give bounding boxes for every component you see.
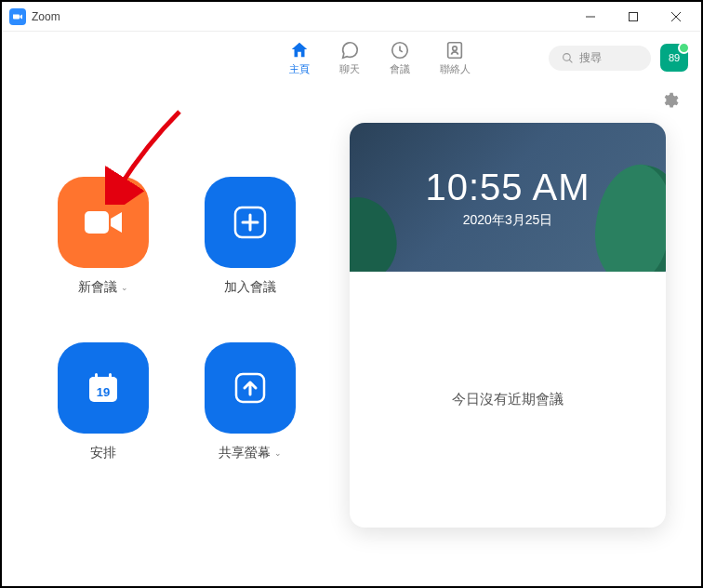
minimize-button[interactable]: [569, 3, 612, 31]
svg-line-8: [569, 60, 572, 62]
tab-label: 主頁: [289, 62, 310, 76]
plus-icon: [233, 206, 267, 239]
chevron-down-icon: ⌄: [274, 448, 282, 458]
svg-rect-9: [85, 211, 109, 234]
action-share-screen: 共享螢幕 ⌄: [180, 342, 320, 461]
close-button[interactable]: [655, 3, 697, 31]
schedule-button[interactable]: 19: [58, 342, 149, 434]
new-meeting-button[interactable]: [58, 177, 149, 268]
window-controls: [569, 3, 697, 31]
action-schedule: 19 安排: [33, 342, 173, 461]
svg-rect-15: [95, 373, 98, 381]
action-grid: 新會議 ⌄ 加入會議 19: [33, 123, 331, 461]
join-label: 加入會議: [224, 279, 276, 296]
zoom-logo-icon: [9, 8, 26, 25]
svg-rect-14: [89, 377, 117, 384]
card-header: 10:55 AM 2020年3月25日: [350, 123, 666, 272]
navbar: 主頁 聊天 會議 聯絡人 搜尋 89: [2, 32, 701, 84]
contacts-icon: [444, 40, 465, 60]
no-meetings-text: 今日沒有近期會議: [452, 391, 564, 408]
share-up-icon: [233, 371, 267, 405]
clock-icon: [390, 40, 410, 60]
current-time: 10:55 AM: [425, 167, 590, 208]
window-titlebar: Zoom: [2, 2, 701, 32]
share-screen-label[interactable]: 共享螢幕 ⌄: [219, 445, 282, 461]
new-meeting-label[interactable]: 新會議 ⌄: [78, 279, 128, 296]
nav-tabs: 主頁 聊天 會議 聯絡人: [289, 40, 471, 76]
tab-chat[interactable]: 聊天: [339, 40, 360, 76]
current-date: 2020年3月25日: [463, 212, 553, 229]
card-body: 今日沒有近期會議: [350, 272, 666, 528]
schedule-card: 10:55 AM 2020年3月25日 今日沒有近期會議: [350, 123, 666, 528]
chat-icon: [339, 40, 360, 60]
svg-text:19: 19: [97, 385, 110, 399]
home-icon: [289, 40, 310, 60]
calendar-icon: 19: [86, 370, 121, 406]
search-placeholder: 搜尋: [579, 50, 602, 66]
video-icon: [83, 207, 124, 237]
tab-contacts[interactable]: 聯絡人: [440, 40, 471, 76]
settings-button[interactable]: [660, 91, 679, 114]
actions-panel: 新會議 ⌄ 加入會議 19: [33, 123, 331, 528]
maximize-button[interactable]: [612, 3, 655, 31]
action-new-meeting: 新會議 ⌄: [33, 177, 173, 296]
action-join: 加入會議: [180, 177, 320, 296]
avatar[interactable]: 89: [660, 44, 688, 72]
titlebar-left: Zoom: [9, 8, 60, 25]
tab-label: 聯絡人: [440, 62, 471, 76]
search-icon: [562, 52, 574, 64]
main-content: 新會議 ⌄ 加入會議 19: [2, 114, 701, 546]
app-title: Zoom: [32, 10, 60, 23]
tab-home[interactable]: 主頁: [289, 40, 310, 76]
chevron-down-icon: ⌄: [121, 283, 128, 292]
tab-label: 會議: [390, 62, 410, 76]
toolbar-row: [2, 84, 701, 114]
tab-meetings[interactable]: 會議: [390, 40, 410, 76]
svg-point-7: [564, 53, 571, 60]
schedule-label: 安排: [90, 445, 116, 461]
schedule-panel: 10:55 AM 2020年3月25日 今日沒有近期會議: [350, 123, 675, 528]
nav-right: 搜尋 89: [549, 44, 688, 72]
search-input[interactable]: 搜尋: [549, 46, 651, 71]
svg-rect-1: [630, 12, 638, 20]
share-screen-button[interactable]: [205, 342, 296, 434]
svg-rect-16: [109, 373, 112, 381]
gear-icon: [660, 91, 679, 110]
svg-point-6: [453, 46, 458, 50]
join-button[interactable]: [205, 177, 296, 268]
tab-label: 聊天: [339, 62, 360, 76]
